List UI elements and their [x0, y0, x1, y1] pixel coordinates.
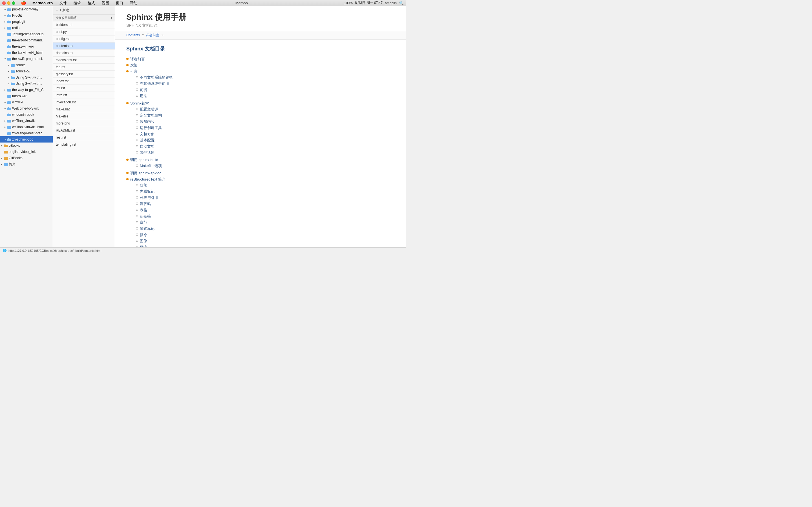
file-item[interactable]: more.png — [53, 120, 115, 127]
toc-sub-link[interactable]: 图像 — [140, 238, 147, 244]
sidebar-item-TestingWithXcodeDo[interactable]: TestingWithXcodeDo. — [0, 31, 53, 37]
sidebar-item-ProGit[interactable]: ▸ProGit — [0, 12, 53, 18]
sidebar-item-pnp-the-right-way[interactable]: ▸pnp-the-right-way — [0, 6, 53, 12]
sidebar-item-Welcome-to-Swift[interactable]: ▸Welcome-to-Swift — [0, 105, 53, 112]
file-item[interactable]: extensions.rst — [53, 57, 115, 64]
toc-item: 引言不同文档系统的转换在其他系统中使用前提用法 — [126, 69, 395, 100]
toc-sub-link[interactable]: 运行创建工具 — [140, 125, 162, 130]
chevron-icon: ▸ — [4, 26, 7, 29]
sidebar-item-the-isz-vimwiki[interactable]: the-isz-vimwiki — [0, 43, 53, 50]
folder-icon — [11, 70, 15, 73]
file-item[interactable]: faq.rst — [53, 64, 115, 71]
content-area: ▸pnp-the-right-way▸ProGit▸progit.git▸red… — [0, 6, 406, 247]
file-item[interactable]: builders.rst — [53, 21, 115, 29]
toc-link[interactable]: 译者前言 — [130, 57, 145, 61]
sidebar-item-Using-Swift-with-1[interactable]: ▸Using Swift with... — [0, 74, 53, 80]
sidebar-item-source-tw[interactable]: ▸source-tw — [0, 68, 53, 74]
sidebar-item-zh-django-best-prac[interactable]: zh-django-best-prac. — [0, 130, 53, 136]
toc-sub-link[interactable]: 其他话题 — [140, 150, 154, 155]
toc-sub-link[interactable]: 添加内容 — [140, 119, 154, 124]
file-item[interactable]: index.rst — [53, 78, 115, 85]
toc-sub-link[interactable]: 前提 — [140, 87, 147, 93]
file-item[interactable]: intl.rst — [53, 85, 115, 92]
toc-link[interactable]: 调用 sphinx-build — [130, 158, 158, 162]
sidebar-item-progit.git[interactable]: ▸progit.git — [0, 18, 53, 25]
breadcrumb-link1[interactable]: 译者前言 — [146, 33, 159, 37]
sidebar-item-eBooks[interactable]: ▸eBooks — [0, 143, 53, 149]
sidebar-item-wzTian_vimwiki_html[interactable]: ▸wzTian_vimwiki_html — [0, 124, 53, 130]
toc-sub-link[interactable]: 显式标记 — [140, 226, 154, 231]
toc-sub-link[interactable]: 超链接 — [140, 214, 151, 219]
toc-link[interactable]: Sphinx初堂 — [130, 101, 149, 105]
minimize-button[interactable] — [7, 1, 10, 5]
toc-sub-link[interactable]: 表格 — [140, 208, 147, 213]
toc-sub-link[interactable]: 文档对象 — [140, 131, 154, 136]
toc-sub-link[interactable]: 用法 — [140, 94, 147, 99]
sidebar-item-jian-ti[interactable]: ▸简介 — [0, 161, 53, 167]
toc-sub-link[interactable]: 配置文档源 — [140, 107, 158, 112]
menu-window[interactable]: 窗口 — [114, 1, 125, 6]
sidebar-item-label: the-way-to-go_ZH_C — [12, 88, 43, 92]
file-item[interactable]: conf.py — [53, 29, 115, 36]
sidebar-item-zh-sphinx-doc[interactable]: ▾zh-sphinx-doc — [0, 136, 53, 143]
sidebar-item-redis[interactable]: ▸redis — [0, 25, 53, 31]
menu-view[interactable]: 视图 — [100, 1, 111, 6]
sidebar-item-the-art-of-command[interactable]: the-art-of-command. — [0, 37, 53, 43]
fullscreen-button[interactable] — [12, 1, 15, 5]
toc-sub-link[interactable]: 自动文档 — [140, 144, 154, 149]
breadcrumb-contents-link[interactable]: Contents — [126, 33, 140, 37]
toc-sub-link[interactable]: Makefile 选项 — [140, 163, 162, 168]
toc-sub-link[interactable]: 不同文档系统的转换 — [140, 75, 173, 80]
toc-link[interactable]: 欢迎 — [130, 63, 138, 67]
toc-sub-link[interactable]: 尾注 — [140, 245, 147, 247]
doc-title: Sphinx 使用手册 — [126, 12, 395, 22]
sidebar-item-totoro.wiki[interactable]: totoro.wiki — [0, 93, 53, 99]
file-item[interactable]: glossary.rst — [53, 71, 115, 78]
close-button[interactable] — [2, 1, 6, 5]
menu-file[interactable]: 文件 — [58, 1, 68, 6]
search-icon[interactable]: 🔍 — [399, 1, 404, 5]
sidebar-item-source[interactable]: ▸source — [0, 62, 53, 68]
sidebar-item-GitBooks[interactable]: ▸GitBooks — [0, 155, 53, 161]
folder-icon — [7, 89, 11, 92]
toc-sub-link[interactable]: 在其他系统中使用 — [140, 81, 169, 86]
sidebar-item-wzTian_vimwiki[interactable]: ▸wzTian_vimwiki — [0, 118, 53, 124]
new-button[interactable]: ＋ + 新建 — [55, 8, 69, 13]
toc-sub-link[interactable]: 指令 — [140, 232, 147, 237]
sidebar-item-the-way-to-go_ZH_C[interactable]: ▸the-way-to-go_ZH_C — [0, 87, 53, 93]
toc-sub-link[interactable]: 段落 — [140, 183, 147, 188]
file-item[interactable]: rest.rst — [53, 134, 115, 141]
file-item[interactable]: config.rst — [53, 36, 115, 43]
menu-help[interactable]: 帮助 — [128, 1, 139, 6]
sidebar-item-whoomin-book[interactable]: whoomin-book — [0, 112, 53, 118]
file-item[interactable]: templating.rst — [53, 141, 115, 148]
toc-link[interactable]: 引言 — [130, 69, 138, 73]
file-item[interactable]: contents.rst — [53, 43, 115, 50]
toc-link[interactable]: reStructuredText 简介 — [130, 177, 165, 181]
toc-sub-link[interactable]: 列表与引用 — [140, 195, 158, 200]
toc-sub-link[interactable]: 内联标记 — [140, 189, 154, 194]
sidebar-item-Using-Swift-with-2[interactable]: ▸Using Swift with... — [0, 80, 53, 87]
toc-sub-item: 章节 — [136, 220, 165, 225]
sidebar-item-the-isz-vimwiki_html[interactable]: the-isz-vimwiki_html — [0, 50, 53, 56]
file-item[interactable]: Makefile — [53, 113, 115, 120]
svg-rect-5 — [7, 21, 11, 23]
file-item[interactable]: domains.rst — [53, 50, 115, 57]
sidebar-item-english-video_link[interactable]: english-video_link — [0, 149, 53, 155]
file-item[interactable]: README.rst — [53, 127, 115, 134]
file-item[interactable]: invocation.rst — [53, 99, 115, 106]
toc-sub-link[interactable]: 基本配置 — [140, 138, 154, 143]
file-item[interactable]: make.bat — [53, 106, 115, 113]
toc-sub-link[interactable]: 章节 — [140, 220, 147, 225]
file-item[interactable]: intro.rst — [53, 92, 115, 99]
menu-format[interactable]: 格式 — [86, 1, 97, 6]
toc-sub-link[interactable]: 定义文档结构 — [140, 113, 162, 118]
sidebar-item-vimwiki[interactable]: ▸vimwiki — [0, 99, 53, 105]
menu-edit[interactable]: 编辑 — [72, 1, 83, 6]
toc-sub-link[interactable]: 源代码 — [140, 202, 151, 207]
toc-bullet — [136, 233, 138, 236]
app-menu-item[interactable]: Marboo Pro — [31, 1, 54, 5]
toc-link[interactable]: 调用 sphinx-apidoc — [130, 171, 161, 175]
toc-sub-item: 图像 — [136, 238, 165, 244]
sidebar-item-the-swift-programmi[interactable]: ▾the-swift-programmi. — [0, 56, 53, 62]
